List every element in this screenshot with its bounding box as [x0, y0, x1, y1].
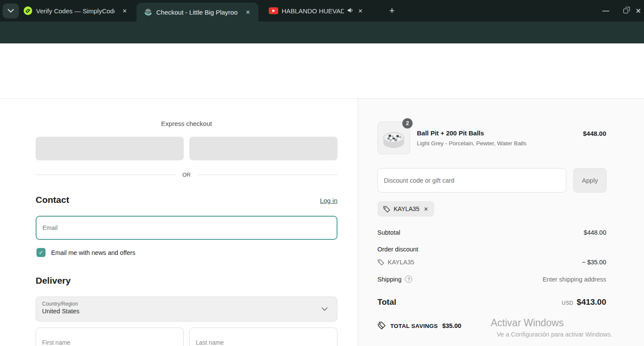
- remove-discount-icon[interactable]: ✕: [424, 206, 428, 212]
- contact-heading: Contact: [36, 195, 69, 205]
- shipping-value: Enter shipping address: [543, 276, 606, 283]
- login-link[interactable]: Log in: [320, 197, 337, 204]
- currency-code: USD: [562, 300, 573, 306]
- order-discount-row: Order discount: [377, 246, 606, 253]
- product-name: Ball Pit + 200 Pit Balls: [417, 129, 484, 137]
- express-checkout-label: Express checkout: [36, 120, 337, 127]
- applied-discount-code: KAYLA35: [388, 259, 414, 266]
- new-tab-button[interactable]: +: [386, 4, 398, 17]
- double-tag-icon: [377, 322, 386, 330]
- tab-close-icon[interactable]: ✕: [356, 7, 365, 15]
- country-select[interactable]: Country/Region United States: [36, 297, 337, 322]
- discount-code-input[interactable]: [377, 168, 566, 193]
- newsletter-label: Email me with news and offers: [51, 249, 135, 256]
- store-header: Little Big Playroom: [0, 43, 644, 99]
- delivery-heading: Delivery: [36, 276, 71, 286]
- window-controls: — ✕: [596, 0, 644, 21]
- youtube-favicon-icon: [269, 6, 278, 15]
- discount-code-row: KAYLA35 − $35.00: [377, 259, 606, 266]
- browser-toolbar: ← → ✕ littlebigplayroom.com/checkouts/cn…: [0, 21, 644, 43]
- quantity-badge: 2: [402, 118, 413, 129]
- product-variant: Light Grey - Porcelain, Pewter, Water Ba…: [417, 140, 526, 147]
- shipping-help-icon[interactable]: ?: [405, 276, 412, 283]
- tab-title: Checkout - Little Big Playroom: [156, 9, 238, 16]
- first-name-field[interactable]: [36, 328, 184, 346]
- total-savings-label: TOTAL SAVINGS: [390, 323, 438, 329]
- subtotal-label: Subtotal: [377, 229, 400, 236]
- chevron-down-icon: [322, 307, 328, 311]
- country-select-value: United States: [42, 308, 331, 315]
- checkout-main: Express checkout OR Contact Log in ✓ Ema…: [0, 99, 358, 346]
- discount-chip-code: KAYLA35: [394, 205, 419, 212]
- simplycodes-favicon-icon: [23, 6, 33, 15]
- total-row: Total USD $413.00: [377, 297, 606, 307]
- shipping-row: Shipping ? Enter shipping address: [377, 276, 606, 283]
- tag-icon: [377, 259, 384, 266]
- tab-simplycodes[interactable]: Verify Codes — SimplyCodes ✕: [16, 0, 133, 21]
- or-label: OR: [182, 171, 191, 178]
- windows-watermark-title: Activar Windows: [491, 317, 564, 329]
- email-field[interactable]: [36, 216, 337, 240]
- tab-title: HABLANDO HUEVADAS - S: [282, 7, 344, 15]
- product-price: $448.00: [583, 130, 606, 137]
- country-select-label: Country/Region: [42, 301, 331, 307]
- tag-icon: [383, 205, 390, 213]
- checkout-favicon-icon: [143, 7, 153, 17]
- express-pay-button-placeholder[interactable]: [189, 137, 337, 160]
- tab-youtube[interactable]: HABLANDO HUEVADAS - S ✕: [262, 0, 379, 21]
- tab-close-icon[interactable]: ✕: [244, 8, 252, 16]
- total-label: Total: [377, 297, 396, 307]
- or-divider: OR: [36, 171, 337, 178]
- tab-close-icon[interactable]: ✕: [121, 7, 129, 15]
- audio-speaker-icon[interactable]: [347, 7, 354, 15]
- tab-title: Verify Codes — SimplyCodes: [36, 7, 115, 15]
- windows-watermark-subtitle: Ve a Configuración para activar Windows.: [497, 331, 612, 338]
- chevron-down-icon: [8, 9, 14, 13]
- total-savings-row: TOTAL SAVINGS $35.00: [377, 322, 461, 330]
- subtotal-value: $448.00: [584, 229, 606, 236]
- newsletter-checkbox[interactable]: ✓: [36, 248, 46, 257]
- last-name-field[interactable]: [189, 328, 337, 346]
- discount-amount: − $35.00: [582, 259, 606, 266]
- express-pay-button-placeholder[interactable]: [36, 137, 184, 160]
- close-button[interactable]: ✕: [635, 0, 644, 21]
- shipping-label: Shipping: [377, 276, 401, 283]
- total-value: $413.00: [577, 297, 606, 307]
- tab-bar: Verify Codes — SimplyCodes ✕ Checkout - …: [0, 0, 644, 21]
- discount-chip: KAYLA35 ✕: [377, 201, 434, 217]
- browser-window: Verify Codes — SimplyCodes ✕ Checkout - …: [0, 0, 644, 346]
- order-summary: 2 Ball Pit + 200 Pit Balls Light Grey - …: [358, 99, 644, 346]
- order-discount-label: Order discount: [377, 246, 418, 253]
- tab-checkout[interactable]: Checkout - Little Big Playroom ✕: [137, 3, 258, 21]
- total-savings-value: $35.00: [442, 322, 461, 329]
- minimize-button[interactable]: —: [596, 0, 616, 21]
- apply-button[interactable]: Apply: [573, 168, 607, 193]
- restore-button[interactable]: [616, 0, 635, 21]
- subtotal-row: Subtotal $448.00: [377, 229, 606, 236]
